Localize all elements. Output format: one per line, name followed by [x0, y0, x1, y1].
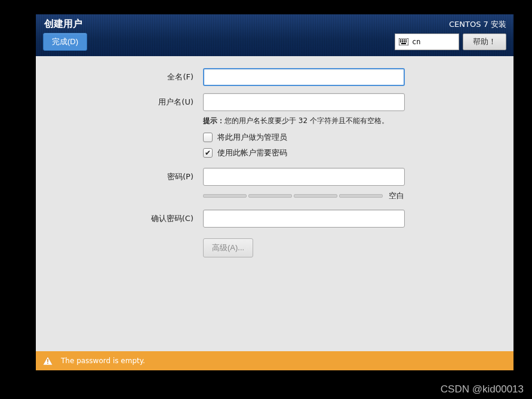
warning-message: The password is empty. — [61, 357, 145, 365]
svg-rect-4 — [405, 39, 407, 41]
svg-rect-11 — [47, 359, 48, 362]
fullname-label: 全名(F) — [60, 72, 203, 82]
require-password-label: 使用此帐户需要密码 — [217, 148, 287, 158]
header-right-controls: cn 帮助！ — [395, 33, 506, 50]
distro-label: CENTOS 7 安装 — [449, 19, 506, 30]
form-area: 全名(F) 用户名(U) 提示：您的用户名长度要少于 32 个字符并且不能有空格… — [36, 56, 513, 351]
pw-seg-3 — [294, 194, 337, 198]
keyboard-layout-text: cn — [412, 38, 420, 46]
svg-rect-9 — [401, 43, 406, 44]
confirm-password-input[interactable] — [203, 210, 405, 228]
svg-rect-12 — [47, 363, 48, 364]
advanced-button[interactable]: 高级(A)... — [203, 238, 253, 257]
pw-seg-2 — [248, 194, 292, 198]
pw-seg-1 — [203, 194, 247, 198]
confirm-password-label: 确认密码(C) — [60, 213, 203, 224]
svg-rect-8 — [405, 41, 407, 42]
username-hint: 提示：您的用户名长度要少于 32 个字符并且不能有空格。 — [203, 116, 424, 126]
create-user-window: 创建用户 完成(D) CENTOS 7 安装 cn 帮助！ — [36, 14, 513, 370]
fullname-row: 全名(F) — [60, 68, 424, 86]
done-button[interactable]: 完成(D) — [43, 33, 87, 51]
username-input[interactable] — [203, 93, 405, 111]
warning-icon — [43, 357, 53, 365]
hint-prefix: 提示： — [203, 116, 225, 125]
password-row: 密码(P) — [60, 168, 424, 186]
fullname-input[interactable] — [203, 68, 405, 86]
svg-rect-7 — [404, 41, 405, 42]
username-row: 用户名(U) — [60, 93, 424, 111]
hint-text: 您的用户名长度要少于 32 个字符并且不能有空格。 — [225, 116, 389, 125]
require-password-checkbox[interactable] — [203, 148, 213, 158]
keyboard-icon — [399, 38, 408, 45]
header-bar: 创建用户 完成(D) CENTOS 7 安装 cn 帮助！ — [36, 14, 513, 56]
admin-checkbox[interactable] — [203, 133, 213, 142]
header-right: CENTOS 7 安装 cn 帮助！ — [395, 19, 506, 50]
keyboard-layout-indicator[interactable]: cn — [395, 33, 459, 50]
password-strength-meter — [203, 194, 383, 198]
svg-rect-2 — [402, 39, 403, 41]
svg-rect-3 — [404, 39, 405, 41]
warning-bar: The password is empty. — [36, 351, 513, 370]
svg-rect-5 — [400, 41, 401, 42]
password-strength-label: 空白 — [389, 191, 404, 201]
confirm-password-row: 确认密码(C) — [60, 210, 424, 228]
password-input[interactable] — [203, 168, 405, 186]
help-button[interactable]: 帮助！ — [463, 33, 506, 50]
username-label: 用户名(U) — [60, 97, 203, 108]
svg-rect-6 — [402, 41, 403, 42]
watermark: CSDN @kid00013 — [441, 383, 524, 395]
password-label: 密码(P) — [60, 171, 203, 182]
svg-rect-1 — [400, 39, 401, 41]
pw-seg-4 — [339, 194, 383, 198]
require-password-row: 使用此帐户需要密码 — [203, 148, 424, 158]
admin-checkbox-row: 将此用户做为管理员 — [203, 132, 424, 143]
admin-checkbox-label: 将此用户做为管理员 — [217, 132, 287, 143]
password-strength-row: 空白 — [203, 191, 424, 201]
